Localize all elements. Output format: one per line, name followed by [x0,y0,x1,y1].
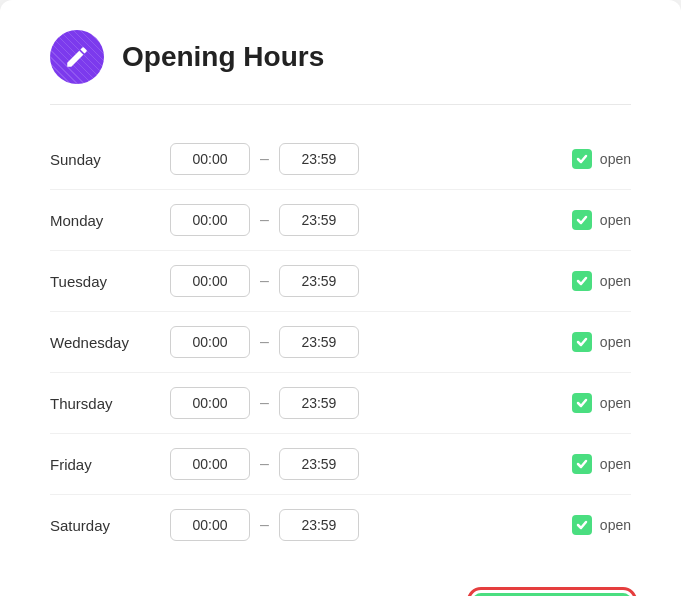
time-range: – [170,509,541,541]
open-label: open [600,151,631,167]
open-time-input[interactable] [170,448,250,480]
open-time-input[interactable] [170,326,250,358]
close-time-input[interactable] [279,265,359,297]
checkmark-icon [576,275,588,287]
time-range: – [170,326,541,358]
day-name: Thursday [50,395,170,412]
checkmark-icon [576,214,588,226]
time-separator: – [260,455,269,473]
open-checkbox[interactable] [572,271,592,291]
time-separator: – [260,333,269,351]
day-name: Friday [50,456,170,473]
open-status: open [541,454,631,474]
close-time-input[interactable] [279,448,359,480]
time-range: – [170,448,541,480]
open-time-input[interactable] [170,509,250,541]
day-name: Tuesday [50,273,170,290]
time-separator: – [260,272,269,290]
checkmark-icon [576,519,588,531]
day-name: Wednesday [50,334,170,351]
open-checkbox[interactable] [572,210,592,230]
opening-hours-card: Opening Hours Sunday – open Monday [0,0,681,596]
footer: Back Save [50,583,631,596]
day-row: Saturday – open [50,495,631,555]
time-separator: – [260,211,269,229]
close-time-input[interactable] [279,509,359,541]
day-row: Friday – open [50,434,631,495]
open-time-input[interactable] [170,265,250,297]
open-label: open [600,273,631,289]
open-checkbox[interactable] [572,515,592,535]
time-separator: – [260,150,269,168]
open-time-input[interactable] [170,387,250,419]
close-time-input[interactable] [279,326,359,358]
open-label: open [600,456,631,472]
open-time-input[interactable] [170,143,250,175]
day-row: Wednesday – open [50,312,631,373]
day-name: Saturday [50,517,170,534]
close-time-input[interactable] [279,143,359,175]
open-status: open [541,515,631,535]
time-range: – [170,387,541,419]
open-label: open [600,517,631,533]
open-checkbox[interactable] [572,332,592,352]
open-status: open [541,332,631,352]
open-status: open [541,271,631,291]
open-checkbox[interactable] [572,393,592,413]
open-status: open [541,210,631,230]
time-separator: – [260,394,269,412]
day-name: Sunday [50,151,170,168]
time-range: – [170,143,541,175]
open-time-input[interactable] [170,204,250,236]
time-range: – [170,265,541,297]
close-time-input[interactable] [279,204,359,236]
day-row: Sunday – open [50,129,631,190]
pencil-icon [64,44,90,70]
checkmark-icon [576,397,588,409]
open-label: open [600,334,631,350]
day-row: Tuesday – open [50,251,631,312]
open-status: open [541,393,631,413]
open-label: open [600,212,631,228]
day-row: Monday – open [50,190,631,251]
open-label: open [600,395,631,411]
open-checkbox[interactable] [572,149,592,169]
day-row: Thursday – open [50,373,631,434]
time-range: – [170,204,541,236]
open-checkbox[interactable] [572,454,592,474]
open-status: open [541,149,631,169]
card-header: Opening Hours [50,30,631,105]
close-time-input[interactable] [279,387,359,419]
checkmark-icon [576,458,588,470]
checkmark-icon [576,336,588,348]
days-list: Sunday – open Monday – [50,129,631,555]
header-icon-container [50,30,104,84]
day-name: Monday [50,212,170,229]
checkmark-icon [576,153,588,165]
time-separator: – [260,516,269,534]
page-title: Opening Hours [122,41,324,73]
